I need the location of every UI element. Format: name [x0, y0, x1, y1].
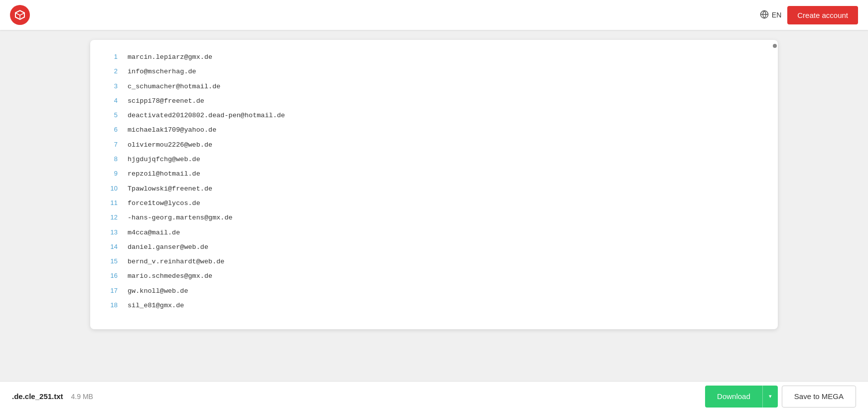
- line-content: force1tow@lycos.de: [128, 198, 200, 209]
- line-content: -hans-georg.martens@gmx.de: [128, 212, 233, 224]
- file-content[interactable]: 1marcin.lepiarz@gmx.de2info@mscherhag.de…: [90, 40, 778, 319]
- line-number: 11: [100, 197, 118, 208]
- line-number: 7: [100, 139, 118, 150]
- line-content: marcin.lepiarz@gmx.de: [128, 51, 212, 63]
- logo-container: [10, 5, 30, 25]
- mega-logo[interactable]: [10, 5, 30, 25]
- line-number: 3: [100, 80, 118, 92]
- line-content: m4cca@mail.de: [128, 227, 180, 239]
- line-number: 8: [100, 153, 118, 165]
- download-dropdown-button[interactable]: ▾: [762, 386, 778, 408]
- table-row: 5deactivated20120802.dead-pen@hotmail.de: [90, 108, 778, 123]
- table-row: 8hjgdujqfchg@web.de: [90, 152, 778, 167]
- line-content: daniel.ganser@web.de: [128, 241, 208, 253]
- file-viewer: 1marcin.lepiarz@gmx.de2info@mscherhag.de…: [90, 40, 778, 329]
- table-row: 9repzoil@hotmail.de: [90, 167, 778, 181]
- table-row: 3c_schumacher@hotmail.de: [90, 79, 778, 94]
- action-buttons: Download ▾ Save to MEGA: [705, 386, 856, 408]
- table-row: 17gw.knoll@web.de: [90, 284, 778, 298]
- line-number: 16: [100, 270, 118, 281]
- line-number: 13: [100, 226, 118, 238]
- line-content: hjgdujqfchg@web.de: [128, 154, 200, 166]
- line-number: 6: [100, 124, 118, 135]
- language-selector[interactable]: EN: [760, 10, 781, 20]
- table-row: 1marcin.lepiarz@gmx.de: [90, 50, 778, 64]
- line-number: 5: [100, 109, 118, 121]
- table-row: 2info@mscherhag.de: [90, 64, 778, 79]
- line-number: 4: [100, 95, 118, 106]
- table-row: 4scippi78@freenet.de: [90, 94, 778, 108]
- line-content: bernd_v.reinhardt@web.de: [128, 256, 224, 268]
- file-info: .de.cle_251.txt 4.9 MB: [12, 392, 93, 401]
- line-number: 14: [100, 241, 118, 252]
- table-row: 16mario.schmedes@gmx.de: [90, 269, 778, 283]
- save-to-mega-button[interactable]: Save to MEGA: [782, 386, 856, 408]
- table-row: 15bernd_v.reinhardt@web.de: [90, 254, 778, 269]
- line-content: sil_e81@gmx.de: [128, 300, 184, 312]
- create-account-button[interactable]: Create account: [787, 6, 858, 24]
- table-row: 18sil_e81@gmx.de: [90, 298, 778, 313]
- header: EN Create account: [0, 0, 868, 30]
- line-number: 18: [100, 299, 118, 311]
- line-number: 15: [100, 255, 118, 267]
- line-content: c_schumacher@hotmail.de: [128, 81, 220, 93]
- file-name: .de.cle_251.txt: [12, 392, 63, 401]
- lines-container: 1marcin.lepiarz@gmx.de2info@mscherhag.de…: [90, 50, 778, 313]
- line-number: 9: [100, 168, 118, 179]
- table-row: 10Tpawlowski@freenet.de: [90, 182, 778, 196]
- download-button[interactable]: Download: [705, 386, 762, 408]
- line-number: 10: [100, 183, 118, 194]
- line-content: mario.schmedes@gmx.de: [128, 270, 212, 282]
- table-row: 6michaelak1709@yahoo.de: [90, 123, 778, 137]
- line-content: info@mscherhag.de: [128, 66, 196, 78]
- table-row: 11force1tow@lycos.de: [90, 196, 778, 210]
- main-content: 1marcin.lepiarz@gmx.de2info@mscherhag.de…: [0, 30, 868, 411]
- line-content: gw.knoll@web.de: [128, 285, 188, 297]
- file-size: 4.9 MB: [71, 393, 93, 401]
- line-number: 2: [100, 65, 118, 77]
- table-row: 13m4cca@mail.de: [90, 225, 778, 240]
- table-row: 12-hans-georg.martens@gmx.de: [90, 210, 778, 225]
- table-row: 14daniel.ganser@web.de: [90, 240, 778, 254]
- line-content: Tpawlowski@freenet.de: [128, 183, 212, 195]
- line-content: scippi78@freenet.de: [128, 95, 204, 107]
- line-content: deactivated20120802.dead-pen@hotmail.de: [128, 110, 285, 122]
- line-number: 12: [100, 211, 118, 223]
- line-content: repzoil@hotmail.de: [128, 168, 200, 180]
- line-content: oliviermou2226@web.de: [128, 139, 212, 151]
- globe-icon: [760, 10, 769, 20]
- footer-bar: .de.cle_251.txt 4.9 MB Download ▾ Save t…: [0, 381, 868, 411]
- chevron-down-icon: ▾: [769, 393, 772, 400]
- language-label: EN: [772, 11, 781, 19]
- table-row: 7oliviermou2226@web.de: [90, 138, 778, 152]
- line-number: 1: [100, 51, 118, 62]
- line-number: 17: [100, 285, 118, 296]
- header-right: EN Create account: [760, 6, 858, 24]
- line-content: michaelak1709@yahoo.de: [128, 124, 216, 136]
